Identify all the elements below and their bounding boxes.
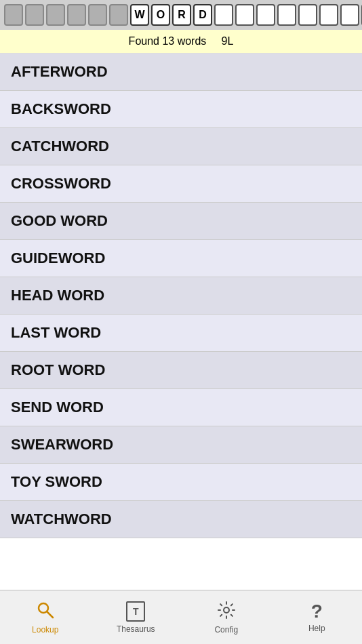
search-tile-3	[67, 4, 86, 26]
svg-point-2	[224, 607, 229, 613]
thesaurus-icon: T	[126, 601, 145, 622]
word-row[interactable]: GOOD WORD	[0, 203, 362, 240]
status-bar: Found 13 words 9L	[0, 30, 362, 54]
word-list: AFTERWORDBACKSWORDCATCHWORDCROSSWORDGOOD…	[0, 54, 362, 590]
search-tile-13[interactable]	[277, 4, 296, 26]
search-tile-10[interactable]	[214, 4, 233, 26]
word-row[interactable]: SWEARWORD	[0, 426, 362, 464]
search-tile-11[interactable]	[235, 4, 254, 26]
nav-label-config: Config	[214, 625, 238, 635]
search-tile-5	[109, 4, 128, 26]
word-row[interactable]: AFTERWORD	[0, 54, 362, 91]
svg-line-1	[47, 611, 53, 618]
search-tile-7: O	[151, 4, 170, 26]
search-tile-12[interactable]	[256, 4, 275, 26]
gear-icon	[217, 601, 236, 622]
word-row[interactable]: TOY SWORD	[0, 464, 362, 501]
search-tile-16[interactable]	[340, 4, 359, 26]
nav-label-lookup: Lookup	[32, 625, 58, 635]
nav-label-help: Help	[308, 624, 325, 633]
search-bar: WORDX	[0, 0, 362, 30]
word-row[interactable]: SEND WORD	[0, 389, 362, 426]
length-text: 9L	[222, 35, 234, 47]
help-icon: ?	[311, 602, 323, 621]
search-tile-0	[4, 4, 23, 26]
search-icon	[36, 601, 55, 622]
word-row[interactable]: GUIDEWORD	[0, 240, 362, 277]
nav-item-config[interactable]: Config	[181, 590, 272, 644]
search-tile-9: D	[193, 4, 212, 26]
found-text: Found 13 words	[129, 35, 207, 47]
nav-item-thesaurus[interactable]: TThesaurus	[91, 590, 182, 644]
bottom-nav: LookupTThesaurus Config?Help	[0, 590, 362, 644]
nav-item-help[interactable]: ?Help	[272, 590, 363, 644]
word-row[interactable]: WATCHWORD	[0, 501, 362, 538]
word-row[interactable]: CROSSWORD	[0, 165, 362, 203]
search-tile-14[interactable]	[298, 4, 317, 26]
search-tile-2	[46, 4, 65, 26]
search-tile-8: R	[172, 4, 191, 26]
search-tile-15[interactable]	[319, 4, 338, 26]
search-tile-6: W	[130, 4, 149, 26]
search-tile-1	[25, 4, 44, 26]
word-row[interactable]: LAST WORD	[0, 315, 362, 352]
word-row[interactable]: BACKSWORD	[0, 91, 362, 128]
word-row[interactable]: CATCHWORD	[0, 128, 362, 165]
word-row[interactable]: ROOT WORD	[0, 352, 362, 389]
search-tile-4	[88, 4, 107, 26]
word-row[interactable]: HEAD WORD	[0, 277, 362, 315]
nav-label-thesaurus: Thesaurus	[117, 624, 155, 634]
nav-item-lookup[interactable]: Lookup	[0, 590, 91, 644]
